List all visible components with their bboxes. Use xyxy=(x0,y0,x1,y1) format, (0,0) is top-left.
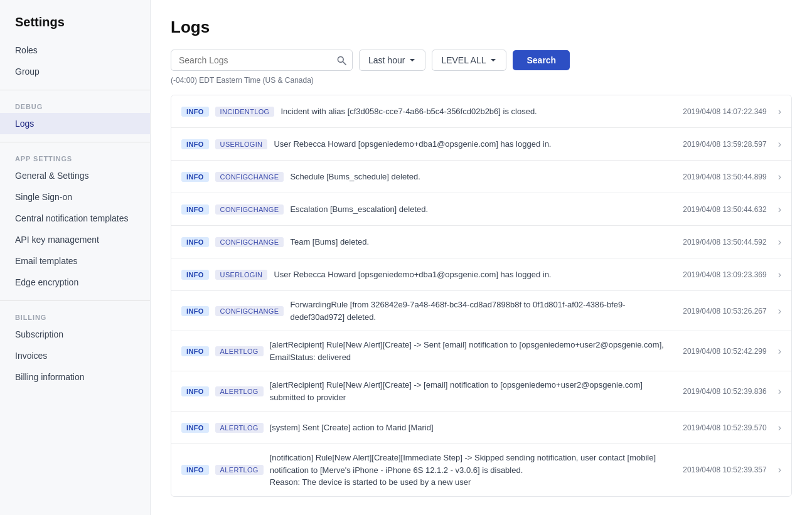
log-message: Schedule [Bums_schedule] deleted. xyxy=(290,171,676,183)
log-row[interactable]: INFO ALERTLOG [alertRecipient] Rule[New … xyxy=(171,331,791,371)
chevron-right-icon: › xyxy=(778,171,781,183)
log-message: ForwardingRule [from 326842e9-7a48-468f-… xyxy=(290,299,676,323)
log-message: Escalation [Bums_escalation] deleted. xyxy=(290,203,676,216)
log-message: User Rebecca Howard [opsgeniedemo+dba1@o… xyxy=(274,268,676,281)
sidebar-item-api-key-management[interactable]: API key management xyxy=(0,229,150,250)
chevron-right-icon: › xyxy=(778,464,781,475)
log-type-badge: INCIDENTLOG xyxy=(215,107,275,117)
log-message: [notification] Rule[New Alert][Create][I… xyxy=(270,452,676,489)
search-icon-button[interactable] xyxy=(336,55,346,65)
sidebar-item-invoices[interactable]: Invoices xyxy=(0,345,150,366)
sidebar-item-edge-encryption[interactable]: Edge encryption xyxy=(0,272,150,293)
log-level-badge: INFO xyxy=(181,465,209,475)
sidebar-divider-2 xyxy=(0,142,150,142)
chevron-right-icon: › xyxy=(778,346,781,357)
log-row[interactable]: INFO CONFIGCHANGE Schedule [Bums_schedul… xyxy=(171,161,791,193)
sidebar-section-billing: BILLING xyxy=(0,309,150,324)
svg-line-1 xyxy=(343,61,346,65)
chevron-right-icon: › xyxy=(778,386,781,397)
time-filter-dropdown[interactable]: Last hour xyxy=(359,50,425,71)
log-row[interactable]: INFO CONFIGCHANGE Team [Bums] deleted. 2… xyxy=(171,226,791,258)
log-type-badge: CONFIGCHANGE xyxy=(215,204,284,215)
sidebar-title: Settings xyxy=(0,15,150,40)
log-level-badge: INFO xyxy=(181,107,209,117)
log-timestamp: 2019/04/08 13:09:23.369 xyxy=(683,270,766,279)
log-row[interactable]: INFO ALERTLOG [notification] Rule[New Al… xyxy=(171,444,791,496)
log-timestamp: 2019/04/08 10:52:39.357 xyxy=(683,465,766,474)
sidebar-section-debug: DEBUG xyxy=(0,98,150,113)
log-message: [alertRecipient] Rule[New Alert][Create]… xyxy=(270,339,676,363)
sidebar-item-roles[interactable]: Roles xyxy=(0,40,150,61)
log-row[interactable]: INFO USERLOGIN User Rebecca Howard [opsg… xyxy=(171,128,791,161)
level-filter-label: LEVEL ALL xyxy=(441,55,486,65)
log-timestamp: 2019/04/08 13:59:28.597 xyxy=(683,140,766,149)
log-type-badge: ALERTLOG xyxy=(215,386,264,396)
main-content: Logs Last hour LEVEL ALL Search (-04:00)… xyxy=(151,0,812,515)
search-icon xyxy=(336,55,346,65)
log-type-badge: CONFIGCHANGE xyxy=(215,237,284,247)
chevron-right-icon: › xyxy=(778,204,781,215)
sidebar-item-billing-information[interactable]: Billing information xyxy=(0,366,150,388)
sidebar-section-app-settings: APP SETTINGS xyxy=(0,150,150,165)
sidebar-item-group[interactable]: Group xyxy=(0,61,150,82)
chevron-right-icon: › xyxy=(778,236,781,248)
timezone-label: (-04:00) EDT Eastern Time (US & Canada) xyxy=(171,76,792,85)
chevron-right-icon: › xyxy=(778,305,781,317)
log-message: Incident with alias [cf3d058c-cce7-4a66-… xyxy=(280,105,676,118)
log-row[interactable]: INFO CONFIGCHANGE Escalation [Bums_escal… xyxy=(171,193,791,226)
sidebar-item-email-templates[interactable]: Email templates xyxy=(0,250,150,272)
log-timestamp: 2019/04/08 10:52:39.836 xyxy=(683,387,766,396)
sidebar-item-subscription[interactable]: Subscription xyxy=(0,324,150,345)
sidebar-item-central-notification-templates[interactable]: Central notification templates xyxy=(0,208,150,229)
log-row[interactable]: INFO USERLOGIN User Rebecca Howard [opsg… xyxy=(171,258,791,291)
search-wrapper xyxy=(171,50,353,71)
log-row[interactable]: INFO ALERTLOG [system] Sent [Create] act… xyxy=(171,411,791,444)
chevron-down-icon-2 xyxy=(489,56,497,64)
sidebar-item-general-settings[interactable]: General & Settings xyxy=(0,165,150,186)
sidebar-divider-3 xyxy=(0,300,150,301)
level-filter-dropdown[interactable]: LEVEL ALL xyxy=(432,50,506,71)
log-timestamp: 2019/04/08 14:07:22.349 xyxy=(683,107,766,116)
log-message: [system] Sent [Create] action to Marid [… xyxy=(270,422,676,434)
log-row[interactable]: INFO CONFIGCHANGE ForwardingRule [from 3… xyxy=(171,291,791,331)
log-row[interactable]: INFO ALERTLOG [alertRecipient] Rule[New … xyxy=(171,371,791,411)
page-title: Logs xyxy=(171,18,792,37)
log-timestamp: 2019/04/08 10:52:42.299 xyxy=(683,347,766,356)
sidebar-divider-1 xyxy=(0,90,150,90)
search-input[interactable] xyxy=(171,50,353,71)
log-timestamp: 2019/04/08 13:50:44.592 xyxy=(683,238,766,247)
log-type-badge: CONFIGCHANGE xyxy=(215,306,284,316)
log-level-badge: INFO xyxy=(181,423,209,433)
log-message: [alertRecipient] Rule[New Alert][Create]… xyxy=(270,379,676,403)
search-button[interactable]: Search xyxy=(513,50,570,70)
log-timestamp: 2019/04/08 13:50:44.632 xyxy=(683,205,766,214)
log-level-badge: INFO xyxy=(181,306,209,316)
log-row[interactable]: INFO INCIDENTLOG Incident with alias [cf… xyxy=(171,95,791,128)
time-filter-label: Last hour xyxy=(368,55,405,65)
log-message: Team [Bums] deleted. xyxy=(290,236,676,248)
log-level-badge: INFO xyxy=(181,237,209,247)
log-timestamp: 2019/04/08 10:52:39.570 xyxy=(683,423,766,432)
sidebar-item-single-sign-on[interactable]: Single Sign-on xyxy=(0,186,150,208)
log-type-badge: ALERTLOG xyxy=(215,423,264,433)
log-level-badge: INFO xyxy=(181,139,209,149)
log-list: INFO INCIDENTLOG Incident with alias [cf… xyxy=(171,95,792,497)
log-level-badge: INFO xyxy=(181,204,209,215)
sidebar: Settings Roles Group DEBUG Logs APP SETT… xyxy=(0,0,151,515)
chevron-right-icon: › xyxy=(778,269,781,280)
toolbar: Last hour LEVEL ALL Search xyxy=(171,50,792,71)
log-level-badge: INFO xyxy=(181,270,209,280)
chevron-right-icon: › xyxy=(778,106,781,117)
log-message: User Rebecca Howard [opsgeniedemo+dba1@o… xyxy=(274,138,676,151)
log-level-badge: INFO xyxy=(181,386,209,396)
log-timestamp: 2019/04/08 10:53:26.267 xyxy=(683,307,766,316)
log-timestamp: 2019/04/08 13:50:44.899 xyxy=(683,173,766,181)
log-level-badge: INFO xyxy=(181,346,209,356)
chevron-down-icon xyxy=(409,56,416,64)
chevron-right-icon: › xyxy=(778,139,781,150)
log-level-badge: INFO xyxy=(181,172,209,182)
log-type-badge: USERLOGIN xyxy=(215,270,268,280)
log-type-badge: ALERTLOG xyxy=(215,346,264,356)
log-type-badge: ALERTLOG xyxy=(215,465,264,475)
sidebar-item-logs[interactable]: Logs xyxy=(0,113,150,134)
